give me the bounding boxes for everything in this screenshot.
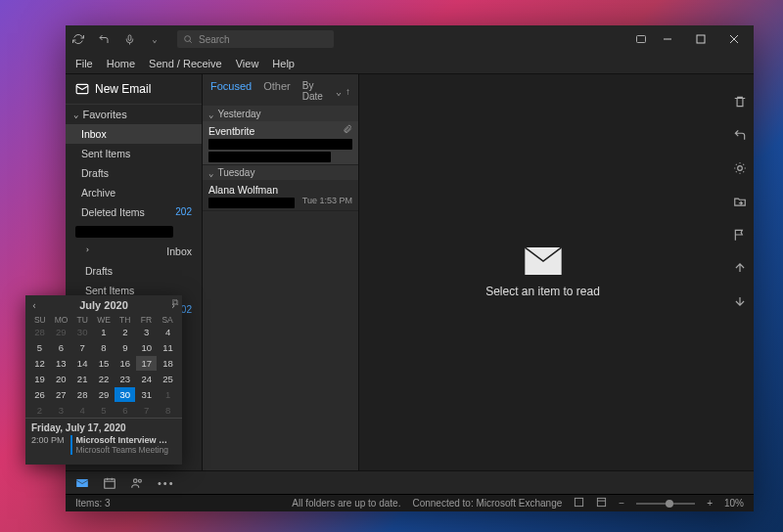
close-button[interactable] bbox=[720, 27, 748, 51]
calendar-day[interactable]: 3 bbox=[51, 403, 71, 418]
folder-inbox[interactable]: Inbox bbox=[66, 124, 202, 144]
tab-focused[interactable]: Focused bbox=[210, 80, 252, 102]
agenda-event[interactable]: 2:00 PM Microsoft Interview & demo w/ Se… bbox=[31, 435, 176, 455]
folder-drafts-2[interactable]: Drafts bbox=[66, 261, 202, 281]
calendar-dow-cell: WE bbox=[93, 315, 115, 325]
folder-archive[interactable]: Archive bbox=[66, 183, 202, 202]
account-name-redacted[interactable] bbox=[75, 226, 173, 238]
menu-home[interactable]: Home bbox=[107, 58, 135, 69]
calendar-day[interactable]: 15 bbox=[94, 356, 115, 371]
nav-people-icon[interactable] bbox=[130, 476, 144, 490]
group-yesterday[interactable]: ⌄Yesterday bbox=[203, 107, 358, 121]
calendar-day[interactable]: 8 bbox=[94, 340, 115, 355]
group-tuesday[interactable]: ⌄Tuesday bbox=[203, 165, 358, 180]
reading-empty-text: Select an item to read bbox=[485, 285, 600, 298]
calendar-day[interactable]: 1 bbox=[94, 325, 115, 339]
zoom-level: 10% bbox=[724, 498, 744, 509]
calendar-day[interactable]: 18 bbox=[158, 356, 178, 371]
calendar-day[interactable]: 11 bbox=[158, 340, 178, 355]
calendar-day[interactable]: 25 bbox=[158, 372, 178, 386]
calendar-day[interactable]: 9 bbox=[115, 340, 135, 355]
calendar-day[interactable]: 19 bbox=[29, 372, 50, 386]
menu-view[interactable]: View bbox=[236, 58, 259, 69]
calendar-day[interactable]: 20 bbox=[51, 372, 71, 386]
menu-file[interactable]: File bbox=[75, 58, 93, 69]
calendar-day[interactable]: 13 bbox=[51, 356, 71, 371]
nav-mail-icon[interactable] bbox=[75, 476, 89, 490]
calendar-dow-cell: TU bbox=[71, 315, 93, 325]
calendar-day[interactable]: 21 bbox=[72, 372, 93, 386]
prev-month-button[interactable]: ‹ bbox=[31, 300, 37, 311]
popout-icon[interactable]: ⧉ bbox=[172, 297, 178, 308]
calendar-day[interactable]: 7 bbox=[72, 340, 93, 355]
view-normal-icon[interactable] bbox=[574, 497, 584, 510]
brightness-icon[interactable] bbox=[732, 160, 748, 176]
undo-icon[interactable] bbox=[97, 32, 111, 46]
arrow-up-icon[interactable] bbox=[732, 260, 748, 276]
reading-pane: Select an item to read bbox=[359, 74, 726, 470]
calendar-day[interactable]: 23 bbox=[115, 372, 135, 386]
chevron-down-icon: ⌄ bbox=[336, 86, 342, 97]
arrow-down-icon[interactable] bbox=[732, 293, 748, 309]
undo-icon[interactable] bbox=[732, 127, 748, 143]
maximize-button[interactable] bbox=[687, 27, 714, 51]
calendar-day[interactable]: 4 bbox=[72, 403, 93, 418]
folder-inbox-2[interactable]: ›Inbox bbox=[66, 242, 202, 261]
calendar-day[interactable]: 5 bbox=[29, 340, 50, 355]
calendar-day[interactable]: 12 bbox=[29, 356, 50, 371]
calendar-day[interactable]: 30 bbox=[115, 387, 135, 402]
calendar-day[interactable]: 31 bbox=[136, 387, 157, 402]
nav-calendar-icon[interactable] bbox=[103, 476, 116, 490]
nav-more-icon[interactable]: ••• bbox=[158, 477, 175, 489]
calendar-day[interactable]: 28 bbox=[29, 325, 50, 339]
minimize-button[interactable] bbox=[654, 27, 681, 51]
chevron-down-icon[interactable]: ⌄ bbox=[148, 32, 161, 46]
calendar-day[interactable]: 29 bbox=[94, 387, 115, 402]
calendar-day[interactable]: 30 bbox=[72, 325, 93, 339]
agenda-date: Friday, July 17, 2020 bbox=[31, 422, 176, 433]
view-reading-icon[interactable] bbox=[596, 497, 607, 510]
calendar-day[interactable]: 1 bbox=[158, 387, 178, 402]
mic-icon[interactable] bbox=[122, 32, 136, 46]
sort-button[interactable]: By Date⌄↑ bbox=[302, 80, 350, 102]
calendar-day[interactable]: 17 bbox=[136, 356, 157, 371]
zoom-slider[interactable] bbox=[636, 503, 695, 505]
flag-icon[interactable] bbox=[732, 227, 748, 243]
move-icon[interactable] bbox=[732, 194, 748, 209]
tab-other[interactable]: Other bbox=[263, 80, 291, 102]
calendar-day[interactable]: 24 bbox=[136, 372, 157, 386]
calendar-day[interactable]: 22 bbox=[94, 372, 115, 386]
folder-sent[interactable]: Sent Items bbox=[66, 144, 202, 163]
calendar-day[interactable]: 26 bbox=[29, 387, 50, 402]
calendar-day[interactable]: 2 bbox=[115, 325, 135, 339]
calendar-day[interactable]: 4 bbox=[158, 325, 178, 339]
menu-send-receive[interactable]: Send / Receive bbox=[149, 58, 222, 69]
folder-deleted[interactable]: Deleted Items202 bbox=[66, 202, 202, 222]
favorites-header[interactable]: ⌄ Favorites bbox=[66, 105, 202, 124]
zoom-out-icon[interactable]: − bbox=[619, 498, 624, 509]
search-box[interactable]: Search bbox=[177, 30, 334, 48]
calendar-day[interactable]: 8 bbox=[158, 403, 178, 418]
calendar-day[interactable]: 7 bbox=[136, 403, 157, 418]
calendar-day[interactable]: 6 bbox=[51, 340, 71, 355]
calendar-day[interactable]: 10 bbox=[136, 340, 157, 355]
calendar-day[interactable]: 6 bbox=[115, 403, 135, 418]
sync-icon[interactable] bbox=[71, 32, 85, 46]
zoom-in-icon[interactable]: + bbox=[707, 498, 713, 509]
calendar-day[interactable]: 14 bbox=[72, 356, 93, 371]
calendar-day[interactable]: 2 bbox=[29, 403, 50, 418]
calendar-day[interactable]: 5 bbox=[94, 403, 115, 418]
message-item[interactable]: Alana Wolfman Tue 1:53 PM bbox=[203, 180, 358, 211]
menubar: File Home Send / Receive View Help bbox=[66, 53, 754, 74]
calendar-day[interactable]: 3 bbox=[136, 325, 157, 339]
folder-drafts[interactable]: Drafts bbox=[66, 163, 202, 183]
coming-soon-icon[interactable] bbox=[634, 32, 648, 46]
calendar-day[interactable]: 29 bbox=[51, 325, 71, 339]
message-item[interactable]: Eventbrite bbox=[203, 121, 358, 165]
calendar-day[interactable]: 27 bbox=[51, 387, 71, 402]
calendar-day[interactable]: 16 bbox=[115, 356, 135, 371]
delete-icon[interactable] bbox=[732, 94, 748, 110]
menu-help[interactable]: Help bbox=[272, 58, 295, 69]
calendar-day[interactable]: 28 bbox=[72, 387, 93, 402]
new-email-button[interactable]: New Email bbox=[66, 74, 202, 105]
